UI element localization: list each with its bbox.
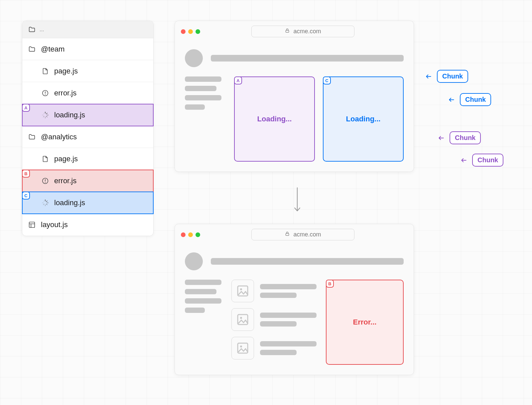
close-dot-icon: [181, 29, 186, 34]
file-tree-label: error.js: [54, 177, 76, 185]
row-tag-badge: A: [22, 104, 30, 112]
parallel-route-slot: ALoading...: [234, 76, 315, 162]
lock-icon: [285, 28, 290, 35]
list-item: [231, 280, 317, 302]
row-tag-badge: C: [22, 192, 30, 200]
parallel-route-slot: BError...: [326, 280, 404, 365]
folder-icon: [28, 26, 36, 33]
folder-icon: [28, 133, 36, 141]
address-bar-url: acme.com: [293, 28, 321, 35]
minimize-dot-icon: [188, 232, 193, 237]
traffic-lights: [181, 232, 200, 237]
file-tree-row[interactable]: error.js: [22, 82, 153, 104]
file-tree-header: ...: [22, 21, 153, 38]
slot-status-label: Loading...: [346, 115, 381, 123]
stream-chunk-label: Chunk: [447, 93, 491, 106]
image-placeholder-icon: [231, 337, 254, 359]
stream-chunk-label: Chunk: [436, 131, 481, 144]
error-icon: [42, 177, 49, 185]
page-skeleton: ALoading...CLoading...: [175, 42, 414, 172]
file-tree-label: @team: [41, 45, 65, 54]
minimize-dot-icon: [188, 29, 193, 34]
stream-chunk-label: Chunk: [459, 154, 503, 167]
slot-status-label: Loading...: [257, 115, 292, 123]
error-icon: [42, 89, 49, 97]
file-tree-row[interactable]: page.js: [22, 148, 153, 170]
file-tree-label: error.js: [54, 89, 76, 97]
file-tree-label: loading.js: [54, 111, 85, 119]
spinner-icon: [42, 111, 49, 119]
maximize-dot-icon: [196, 232, 200, 237]
heading-placeholder: [211, 258, 404, 265]
file-tree-label: loading.js: [54, 199, 85, 207]
file-tree-row[interactable]: Aloading.js: [22, 104, 153, 126]
titlebar: acme.com: [175, 21, 414, 42]
arrow-left-icon: [459, 157, 469, 164]
browser-mockup-loading: acme.com ALoading...CLoading...: [175, 21, 414, 172]
address-bar-url: acme.com: [293, 231, 321, 238]
sidebar-placeholder: [185, 76, 225, 162]
file-tree-panel: ... @teampage.jserror.jsAloading.js@anal…: [22, 21, 154, 236]
arrow-left-icon: [447, 96, 457, 103]
file-tree-label: layout.js: [41, 220, 68, 229]
file-icon: [42, 155, 49, 163]
chunk-pill: Chunk: [450, 131, 481, 144]
file-tree-row[interactable]: Cloading.js: [22, 192, 153, 214]
file-tree-row[interactable]: page.js: [22, 60, 153, 82]
sidebar-placeholder: [185, 280, 222, 365]
transition-arrow-icon: [293, 186, 302, 217]
slot-status-label: Error...: [353, 318, 377, 327]
address-bar: acme.com: [251, 26, 354, 37]
row-tag-badge: B: [22, 170, 30, 178]
list-item: [231, 337, 317, 359]
slot-tag-badge: C: [323, 76, 331, 84]
layout-icon: [28, 221, 36, 228]
file-tree-label: @analytics: [41, 133, 77, 141]
heading-placeholder: [211, 55, 404, 62]
breadcrumb: ...: [40, 27, 44, 33]
chunk-pill: Chunk: [437, 70, 468, 83]
maximize-dot-icon: [196, 29, 200, 34]
avatar-placeholder: [185, 252, 203, 270]
arrow-left-icon: [424, 73, 434, 80]
list-item: [231, 308, 317, 331]
file-tree-row[interactable]: @analytics: [22, 126, 153, 148]
address-bar: acme.com: [251, 229, 354, 240]
avatar-placeholder: [185, 49, 203, 67]
lock-icon: [285, 231, 290, 238]
file-icon: [42, 68, 49, 75]
file-tree-row[interactable]: Berror.js: [22, 170, 153, 192]
spinner-icon: [42, 199, 49, 206]
file-tree-row[interactable]: @team: [22, 38, 153, 60]
close-dot-icon: [181, 232, 186, 237]
file-tree-row[interactable]: layout.js: [22, 214, 153, 236]
image-placeholder-icon: [231, 280, 254, 302]
browser-mockup-error: acme.com: [175, 224, 414, 375]
slot-tag-badge: A: [234, 76, 242, 84]
content-list: [231, 280, 317, 365]
folder-icon: [28, 46, 36, 53]
chunk-pill: Chunk: [472, 154, 503, 167]
parallel-route-slot: CLoading...: [323, 76, 404, 162]
traffic-lights: [181, 29, 200, 34]
file-tree-label: page.js: [54, 67, 78, 75]
chunk-pill: Chunk: [460, 93, 491, 106]
arrow-left-icon: [436, 135, 446, 141]
file-tree-label: page.js: [54, 155, 78, 163]
page-skeleton: BError...: [175, 245, 414, 375]
stream-chunk-label: Chunk: [424, 70, 468, 83]
image-placeholder-icon: [231, 308, 254, 331]
titlebar: acme.com: [175, 224, 414, 245]
slot-tag-badge: B: [326, 280, 334, 288]
